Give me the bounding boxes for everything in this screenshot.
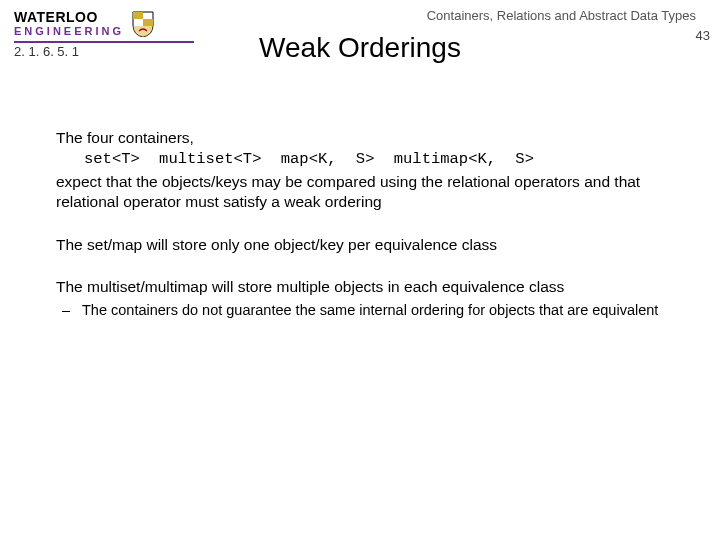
p1-rest: expect that the objects/keys may be comp…: [56, 172, 680, 212]
slide-body: The four containers, set<T> multiset<T> …: [56, 128, 680, 320]
p1-intro: The four containers,: [56, 128, 680, 148]
logo-text-top: WATERLOO: [14, 10, 124, 24]
p3-text: The multiset/multimap will store multipl…: [56, 277, 680, 297]
paragraph-1: The four containers, set<T> multiset<T> …: [56, 128, 680, 213]
paragraph-3: The multiset/multimap will store multipl…: [56, 277, 680, 320]
p3-subbullet: The containers do not guarantee the same…: [56, 301, 680, 320]
svg-rect-0: [133, 12, 143, 19]
svg-rect-1: [143, 19, 153, 26]
p1-code: set<T> multiset<T> map<K, S> multimap<K,…: [56, 149, 680, 169]
slide-title: Weak Orderings: [0, 32, 720, 64]
paragraph-2: The set/map will store only one object/k…: [56, 235, 680, 255]
chapter-title: Containers, Relations and Abstract Data …: [427, 8, 696, 23]
